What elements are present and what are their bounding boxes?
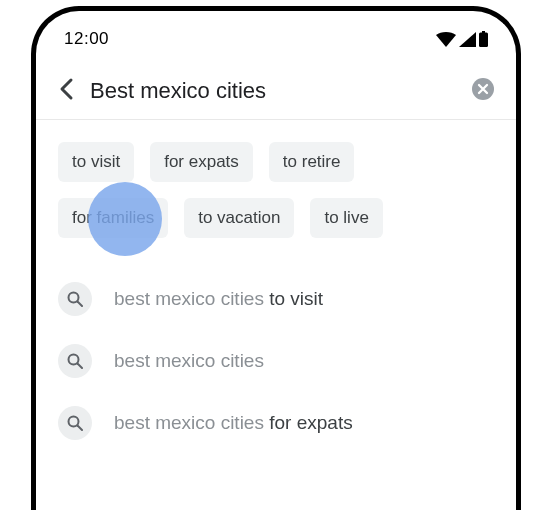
suggestion-item[interactable]: best mexico cities xyxy=(58,330,494,392)
chip-to-vacation[interactable]: to vacation xyxy=(184,198,294,238)
chip-to-visit[interactable]: to visit xyxy=(58,142,134,182)
battery-icon xyxy=(479,31,488,47)
svg-rect-1 xyxy=(482,31,485,33)
clock: 12:00 xyxy=(64,29,109,49)
status-bar: 12:00 xyxy=(36,11,516,59)
cell-signal-icon xyxy=(459,32,476,47)
chip-to-retire[interactable]: to retire xyxy=(269,142,355,182)
suggestion-item[interactable]: best mexico cities to visit xyxy=(58,268,494,330)
phone-frame: 12:00 Best mexico cities to visit for ex… xyxy=(31,6,521,510)
search-icon xyxy=(58,344,92,378)
suggestion-text: best mexico cities to visit xyxy=(114,288,323,310)
svg-rect-0 xyxy=(479,33,488,48)
suggestion-text: best mexico cities xyxy=(114,350,264,372)
svg-line-6 xyxy=(78,364,83,369)
suggestion-item[interactable]: best mexico cities for expats xyxy=(58,392,494,454)
suggestion-list: best mexico cities to visit best mexico … xyxy=(36,262,516,454)
status-icons xyxy=(436,31,488,47)
chip-row-2: for families to vacation to live xyxy=(58,198,494,238)
chip-for-families[interactable]: for families xyxy=(58,198,168,238)
wifi-icon xyxy=(436,32,456,47)
search-bar: Best mexico cities xyxy=(36,59,516,119)
search-icon xyxy=(58,282,92,316)
search-icon xyxy=(58,406,92,440)
clear-icon[interactable] xyxy=(472,78,494,104)
refinement-chips: to visit for expats to retire for famili… xyxy=(36,120,516,262)
chip-to-live[interactable]: to live xyxy=(310,198,382,238)
suggestion-text: best mexico cities for expats xyxy=(114,412,353,434)
chip-for-expats[interactable]: for expats xyxy=(150,142,253,182)
search-input[interactable]: Best mexico cities xyxy=(90,78,458,104)
back-icon[interactable] xyxy=(58,77,76,105)
svg-line-4 xyxy=(78,302,83,307)
svg-line-8 xyxy=(78,426,83,431)
chip-row-1: to visit for expats to retire xyxy=(58,142,494,182)
